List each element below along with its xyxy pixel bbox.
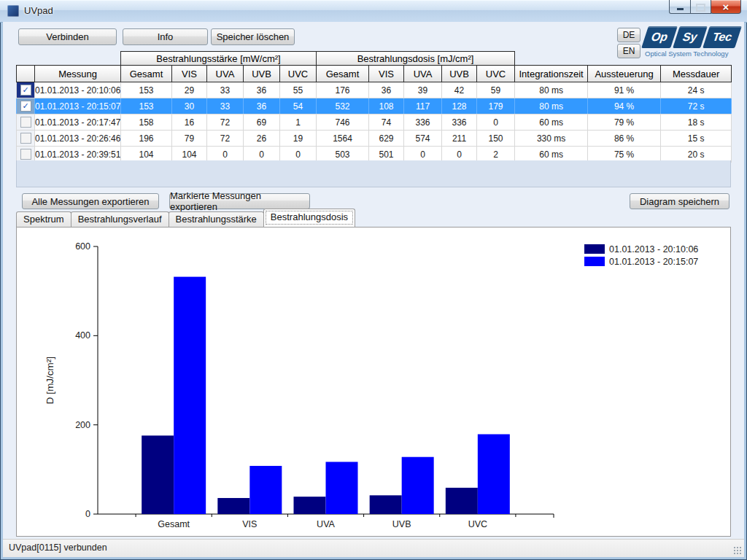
chart-bar-201507-gesamt (174, 277, 206, 514)
cell: 211 (442, 131, 477, 147)
cell: 746 (317, 114, 369, 131)
table-empty-area (16, 160, 731, 187)
chart-bar-201006-uvc (446, 488, 478, 514)
cell: 01.01.2013 - 20:10:06 (35, 82, 121, 98)
row-checkbox[interactable]: ✓ (20, 149, 31, 160)
tab-bestrahlungsstärke[interactable]: Bestrahlungsstärke (169, 211, 264, 227)
group-header-irradiance: Bestrahlungsstärke [mW/cm²] (121, 52, 317, 66)
row-checkbox[interactable]: ✓ (20, 85, 31, 96)
chart-bar-201006-uva (294, 497, 326, 514)
cell: 150 (477, 131, 515, 147)
cell: 42 (442, 82, 477, 98)
table-row[interactable]: ✓01.01.2013 - 20:15:07153303336545321081… (17, 98, 732, 114)
row-checkbox[interactable]: ✓ (20, 101, 31, 112)
group-header-spacer (515, 52, 732, 66)
legend-swatch (584, 244, 605, 254)
tab-spektrum[interactable]: Spektrum (16, 211, 71, 227)
minimize-button[interactable] (669, 0, 691, 14)
y-tick-label: 200 (75, 420, 90, 430)
checkbox-cell[interactable]: ✓ (17, 114, 35, 131)
cell: 74 (369, 114, 404, 131)
titlebar[interactable]: UVpad × (0, 0, 747, 23)
cell: 86 % (588, 131, 661, 147)
chart-bar-201507-vis (249, 466, 282, 514)
column-header-gesamt-6[interactable]: Gesamt (317, 66, 369, 82)
group-header-spacer (17, 52, 121, 66)
column-header-uva-8[interactable]: UVA (404, 66, 442, 82)
export-marked-button[interactable]: Markierte Messungen exportieren (169, 193, 310, 209)
cell: 1564 (317, 131, 369, 147)
language-de-button[interactable]: DE (617, 28, 640, 42)
checkbox-cell[interactable]: ✓ (17, 82, 35, 98)
chart-bar-201006-uvb (370, 495, 402, 514)
column-header-messdauer-13[interactable]: Messdauer (661, 66, 732, 82)
clear-memory-button[interactable]: Speicher löschen (211, 28, 295, 45)
cell: 72 s (661, 98, 732, 114)
column-header-messung-0[interactable]: Messung (35, 66, 121, 82)
info-button[interactable]: Info (123, 28, 208, 45)
checkbox-column-header[interactable] (17, 66, 35, 82)
column-header-uvb-9[interactable]: UVB (442, 66, 477, 82)
cell: 330 ms (515, 131, 588, 147)
cell: 336 (442, 114, 477, 131)
cell: 39 (404, 82, 442, 98)
maximize-button[interactable] (690, 0, 711, 14)
column-header-vis-7[interactable]: VIS (369, 66, 404, 82)
save-diagram-button[interactable]: Diagram speichern (630, 193, 729, 209)
measurements-table: Bestrahlungsstärke [mW/cm²]Bestrahlungsd… (16, 51, 732, 163)
logo-segments: Op Sy Tec (645, 26, 740, 48)
cell: 91 % (588, 82, 661, 98)
column-header-uva-3[interactable]: UVA (207, 66, 244, 82)
chart-bar-201507-uvc (478, 435, 510, 514)
connect-button[interactable]: Verbinden (18, 28, 117, 45)
window-title: UVpad (24, 5, 53, 16)
row-checkbox[interactable]: ✓ (20, 133, 31, 144)
x-tick-label: UVA (317, 519, 335, 529)
legend-swatch (584, 257, 605, 266)
cell: 158 (121, 114, 172, 131)
tab-bestrahlungsverlauf[interactable]: Bestrahlungsverlauf (71, 211, 169, 227)
cell: 18 s (661, 114, 732, 131)
cell: 80 ms (515, 82, 588, 98)
cell: 72 (207, 131, 244, 147)
cell: 01.01.2013 - 20:15:07 (35, 98, 121, 114)
cell: 36 (244, 98, 280, 114)
cell: 629 (369, 131, 404, 147)
cell: 176 (317, 82, 369, 98)
chart-bar-201006-gesamt (142, 435, 174, 514)
logo-segment-tec: Tec (703, 26, 742, 48)
cell: 59 (477, 82, 515, 98)
row-checkbox[interactable]: ✓ (20, 117, 31, 128)
table-row[interactable]: ✓01.01.2013 - 20:10:06153293336551763639… (17, 82, 732, 98)
checkbox-cell[interactable]: ✓ (17, 131, 35, 147)
cell: 01.01.2013 - 20:17:47 (35, 114, 121, 131)
column-header-gesamt-1[interactable]: Gesamt (121, 66, 172, 82)
cell: 15 s (661, 131, 732, 147)
cell: 19 (280, 131, 317, 147)
column-header-vis-2[interactable]: VIS (172, 66, 207, 82)
checkbox-cell[interactable]: ✓ (17, 98, 35, 114)
cell: 26 (244, 131, 280, 147)
column-header-uvc-5[interactable]: UVC (280, 66, 317, 82)
status-text: UVpad[0115] verbunden (9, 542, 107, 553)
close-button[interactable]: × (711, 0, 741, 14)
cell: 69 (244, 114, 280, 131)
cell: 196 (121, 131, 172, 147)
app-icon (7, 5, 19, 17)
tab-bestrahlungsdosis[interactable]: Bestrahlungsdosis (263, 209, 355, 227)
chart-bar-201006-vis (217, 498, 249, 514)
window-controls: × (670, 0, 741, 14)
legend-label: 01.01.2013 - 20:15:07 (609, 257, 698, 267)
group-header-dose: Bestrahlungsdosis [mJ/cm²] (317, 52, 515, 66)
column-header-uvc-10[interactable]: UVC (477, 66, 515, 82)
table-row[interactable]: ✓01.01.2013 - 20:26:46196797226191564629… (17, 131, 732, 147)
column-header-aussteuerung-12[interactable]: Aussteuerung (588, 66, 661, 82)
cell: 55 (280, 82, 317, 98)
cell: 33 (207, 82, 244, 98)
table-row[interactable]: ✓01.01.2013 - 20:17:47158167269174674336… (17, 114, 732, 131)
export-all-button[interactable]: Alle Messungen exportieren (22, 193, 159, 209)
cell: 108 (369, 98, 404, 114)
resize-grip[interactable] (733, 546, 743, 556)
column-header-integrationszeit-11[interactable]: Integrationszeit (515, 66, 588, 82)
column-header-uvb-4[interactable]: UVB (244, 66, 280, 82)
